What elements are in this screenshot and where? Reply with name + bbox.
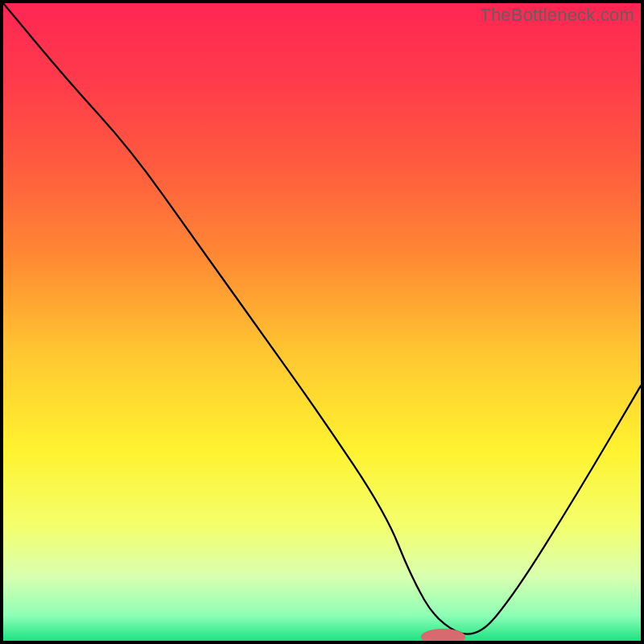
watermark: TheBottleneck.com xyxy=(480,5,634,26)
chart-svg xyxy=(3,3,641,641)
chart-frame: TheBottleneck.com xyxy=(0,0,644,644)
